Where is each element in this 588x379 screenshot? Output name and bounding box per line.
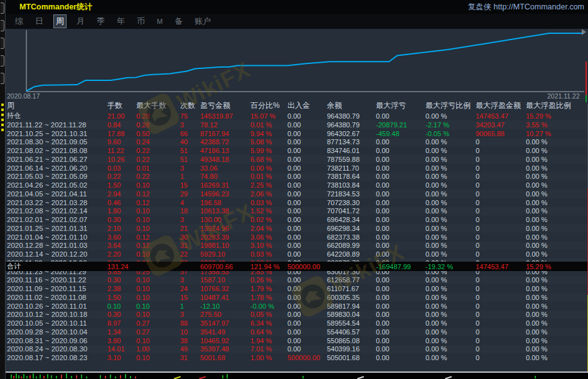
tab-备[interactable]: 备: [173, 15, 184, 28]
cell: 17.88: [107, 130, 136, 137]
cell: 4: [180, 199, 200, 206]
cell: 0.00 %: [425, 181, 476, 189]
background-candle-mark: [18, 375, 19, 378]
table-row[interactable]: 2020.08.24 ~ 2020.08.3014.011.004935397.…: [6, 345, 588, 354]
cell: 682373.38: [327, 233, 376, 241]
table-row[interactable]: 2020.11.09 ~ 2020.11.152.380.102410766.3…: [6, 284, 588, 293]
table-row[interactable]: 2020.09.28 ~ 2020.10.041.340.27103541.49…: [6, 328, 588, 336]
table-row[interactable]: 2021.04.05 ~ 2021.04.112.940.122914596.2…: [6, 190, 588, 198]
cell: 5.99 %: [250, 147, 287, 154]
background-candle-mark: [40, 375, 41, 378]
table-row[interactable]: 2021.11.22 ~ 2021.11.280.840.28378.120.0…: [6, 120, 588, 129]
table-row[interactable]: 2021.06.14 ~ 2021.06.200.030.01333.060.0…: [6, 164, 588, 173]
table-row[interactable]: 2020.12.14 ~ 2020.12.202.200.10225929.10…: [6, 250, 588, 259]
table-row[interactable]: 2020.10.26 ~ 2020.11.010.100.101-12.10-0…: [6, 302, 588, 311]
tab-币[interactable]: 币: [135, 15, 147, 28]
cell: 0: [476, 190, 526, 198]
table-row[interactable]: 2021.05.03 ~ 2021.05.090.220.22174.800.0…: [6, 173, 588, 181]
tab-月[interactable]: 月: [75, 15, 87, 28]
cell: 0.00: [376, 199, 425, 206]
cell: 2021.06.14 ~ 2021.06.20: [7, 164, 107, 172]
cell: 145319.87: [200, 112, 250, 120]
table-row[interactable]: 2020.12.28 ~ 2021.01.033.640.123119881.1…: [6, 242, 588, 250]
scroll-arrow-icon[interactable]: [582, 29, 586, 35]
cell: 0.00: [376, 147, 425, 154]
cell: 1.34: [107, 328, 136, 336]
cell: 0.00: [376, 337, 425, 344]
cell: 0.00: [376, 190, 425, 198]
cell: 0.00: [287, 250, 327, 258]
cell: 1.00: [136, 345, 180, 353]
table-row[interactable]: 2021.10.25 ~ 2021.10.3117.880.506687167.…: [6, 129, 588, 138]
title-bar[interactable]: MTCommander统计 复盘侠 http://MTCommander.com: [6, 0, 588, 14]
cell: 540399.16: [327, 345, 376, 353]
background-candle-mark: [36, 376, 37, 378]
table-row[interactable]: 2020.08.17 ~ 2020.08.233.100.10315001.68…: [6, 353, 588, 362]
background-candle-mark: [120, 375, 121, 378]
cell: 738211.70: [327, 164, 376, 172]
table-row[interactable]: 2021.04.26 ~ 2021.05.021.500.101516269.3…: [6, 181, 588, 190]
cell: 3: [180, 276, 200, 284]
cell: 0.00: [376, 112, 425, 120]
total-cell: 609700.66: [200, 263, 250, 270]
cell: 0.00: [376, 164, 425, 172]
cell: 2020.11.09 ~ 2020.11.15: [7, 285, 107, 292]
cell: 0.30: [107, 311, 136, 318]
tab-综[interactable]: 综: [13, 15, 25, 28]
tab-周[interactable]: 周: [53, 14, 67, 28]
cell: 24: [180, 285, 200, 292]
cell: 0.00 %: [425, 337, 476, 344]
table-row[interactable]: 2021.03.22 ~ 2021.03.280.460.124196.580.…: [6, 198, 588, 207]
cell: 2021.02.01 ~ 2021.02.07: [7, 216, 107, 223]
cell: 0.00: [376, 345, 425, 353]
cell: 2020.12.28 ~ 2021.01.03: [7, 242, 107, 249]
cell: 0.00 %: [526, 173, 588, 180]
brand-link[interactable]: 复盘侠 http://MTCommander.com: [468, 2, 584, 13]
cell: 2021.05.03 ~ 2021.05.09: [7, 173, 107, 180]
tab-账户[interactable]: 账户: [193, 15, 213, 28]
cell: 964380.79: [327, 112, 376, 120]
table-row[interactable]: 持仓21.000.2875145319.8715.07 %0.00964380.…: [6, 111, 588, 120]
cell: 0: [476, 302, 526, 310]
cell: 0.00: [287, 164, 327, 172]
cell: 0.00: [287, 147, 327, 154]
cell: 16269.31: [200, 181, 250, 189]
background-yellow-mark: [1, 129, 4, 131]
tab-年[interactable]: 年: [115, 15, 127, 28]
cell: 49: [180, 345, 200, 353]
cell: 0: [476, 311, 526, 318]
table-row[interactable]: 2020.11.16 ~ 2020.11.220.300.1031587.100…: [6, 276, 588, 285]
background-toolbar-button: [1, 3, 4, 14]
tab-M[interactable]: M: [155, 17, 164, 26]
table-row[interactable]: 2020.11.02 ~ 2020.11.081.500.101510487.4…: [6, 293, 588, 302]
table-row[interactable]: 2021.01.25 ~ 2021.01.312.100.102113924.9…: [6, 224, 588, 233]
cell: 2.10: [107, 225, 136, 232]
cell: 0.00 %: [526, 294, 588, 301]
cell: 2021.06.21 ~ 2021.06.27: [7, 156, 107, 163]
tab-日[interactable]: 日: [33, 15, 45, 28]
cell: 0.10: [136, 276, 180, 284]
cell: 554406.57: [327, 328, 376, 336]
table-row[interactable]: 2021.01.04 ~ 2021.01.103.600.123020283.3…: [6, 233, 588, 242]
table-row[interactable]: 2021.08.02 ~ 2021.08.0811.220.225147186.…: [6, 146, 588, 155]
cell: 19881.10: [200, 242, 250, 249]
cell: 0.00 %: [250, 164, 287, 172]
column-header: 出入金: [287, 100, 327, 111]
table-row[interactable]: 2020.08.31 ~ 2020.09.063.800.103810465.9…: [6, 336, 588, 345]
table-row[interactable]: 2020.10.12 ~ 2020.10.180.300.103275.500.…: [6, 311, 588, 319]
cell: 2020.10.05 ~ 2020.10.11: [7, 319, 107, 327]
tab-季[interactable]: 季: [95, 15, 107, 28]
table-row[interactable]: 2021.08.30 ~ 2021.09.059.600.244042388.7…: [6, 138, 588, 147]
table-row[interactable]: 2020.10.05 ~ 2020.10.118.970.278835147.9…: [6, 319, 588, 328]
cell: 0.00 %: [425, 225, 476, 232]
cell: 0.64 %: [250, 328, 287, 336]
table-row[interactable]: 2021.02.08 ~ 2021.02.141.800.101810613.3…: [6, 207, 588, 216]
cell: 0.10: [136, 337, 180, 344]
background-candle-mark: [51, 375, 52, 378]
table-row[interactable]: 2021.06.21 ~ 2021.06.2710.260.225149348.…: [6, 155, 588, 164]
cell: 612658.77: [327, 276, 376, 284]
cell: 0: [476, 164, 526, 172]
background-toolbar-button: [1, 20, 4, 31]
table-row[interactable]: 2021.02.01 ~ 2021.02.070.300.103130.000.…: [6, 215, 588, 224]
cell: 550865.08: [327, 337, 376, 344]
